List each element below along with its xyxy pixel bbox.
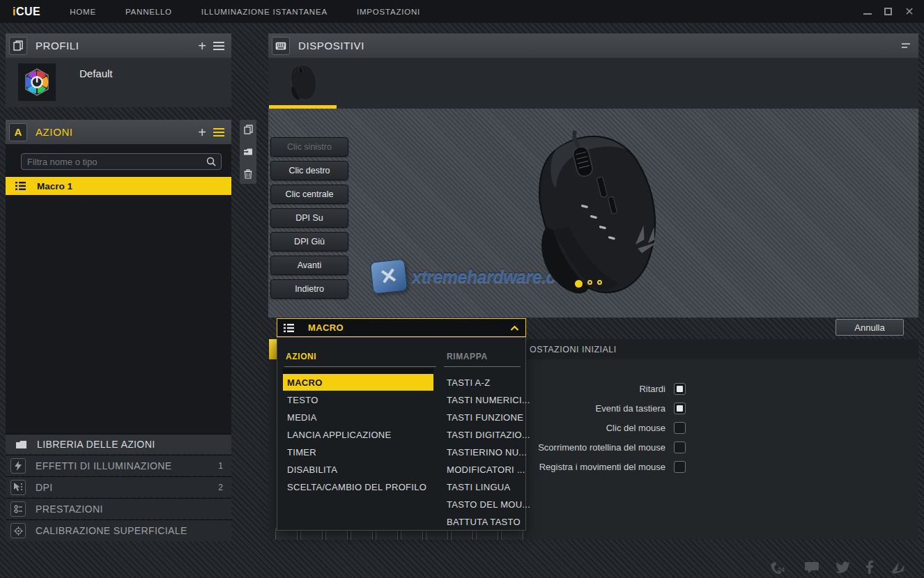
svg-text:24: 24 <box>778 566 785 573</box>
macro-list-icon <box>284 324 294 332</box>
maximize-button[interactable] <box>884 8 892 15</box>
action-type-select[interactable]: MACRO <box>277 318 526 337</box>
dropdown-rimappa-item-2[interactable]: TASTI FUNZIONE <box>447 412 523 423</box>
count-badge: 2 <box>218 483 223 492</box>
page-dot-2[interactable] <box>587 280 592 285</box>
watermark-x-icon: ✕ <box>370 259 408 295</box>
sidebar-item-prestazioni[interactable]: PRESTAZIONI <box>6 498 231 519</box>
icue-window: iCUE HOME PANNELLO ILLUMINAZIONE ISTANTA… <box>0 0 924 578</box>
sidebar-item-effetti-di-illuminazione[interactable]: EFFETTI DI ILLUMINAZIONE 1 <box>6 455 231 476</box>
profiles-title: PROFILI <box>36 40 79 52</box>
dropdown-rimappa-item-7[interactable]: TASTO DEL MOU... <box>447 499 530 510</box>
sidebar-item-label: EFFETTI DI ILLUMINAZIONE <box>36 460 172 471</box>
checkbox-box-1[interactable] <box>674 403 686 414</box>
dropdown-rimappa-item-3[interactable]: TASTI DIGITAZIO... <box>447 430 530 440</box>
mouse-button-0[interactable]: Clic sinistro <box>270 137 348 157</box>
dropdown-rimappa-item-6[interactable]: TASTI LINGUA <box>447 482 510 492</box>
mouse-button-5[interactable]: Avanti <box>270 256 348 275</box>
menu-home[interactable]: HOME <box>70 8 96 16</box>
profiles-list: Default <box>6 58 231 107</box>
actions-icon: A <box>9 123 27 141</box>
dropdown-col-rimappa-title: RIMAPPA <box>447 352 488 361</box>
search-icon <box>206 157 216 166</box>
menu-pannello[interactable]: PANNELLO <box>125 8 172 16</box>
mouse-button-3[interactable]: DPI Su <box>270 208 348 228</box>
sidebar-item-label: DPI <box>36 482 53 493</box>
dropdown-rimappa-item-1[interactable]: TASTI NUMERICI... <box>447 395 530 405</box>
sidebar-item-calibrazione-superficiale[interactable]: CALIBRAZIONE SUPERFICIALE <box>6 520 231 541</box>
dropdown-rimappa-item-5[interactable]: MODIFICATORI ... <box>447 464 525 475</box>
corsair-logo-icon[interactable] <box>889 561 907 574</box>
icue-logo: iCUE <box>13 6 40 18</box>
trash-icon[interactable] <box>244 169 252 179</box>
mouse-button-6[interactable]: Indietro <box>270 279 348 299</box>
dropdown-azioni-item-1[interactable]: TESTO <box>287 395 318 405</box>
macro-header-sliver <box>269 339 277 359</box>
devices-header: DISPOSITIVI <box>268 33 918 58</box>
devices-options-icon[interactable] <box>900 42 911 49</box>
page-dot-1[interactable] <box>575 280 583 288</box>
dropdown-azioni-item-6[interactable]: SCELTA/CAMBIO DEL PROFILO <box>287 482 426 492</box>
sidebar-item-libreria-delle-azioni[interactable]: LIBRERIA DELLE AZIONI <box>6 434 231 454</box>
chat-icon[interactable] <box>804 561 819 574</box>
dropdown-rimappa-item-8[interactable]: BATTUTA TASTO <box>447 517 521 527</box>
device-image-mouse <box>516 128 676 299</box>
sliders-icon <box>10 501 26 517</box>
main-menu: HOME PANNELLO ILLUMINAZIONE ISTANTANEA I… <box>70 8 420 16</box>
checkbox-box-0[interactable] <box>674 383 686 395</box>
window-controls: ✕ <box>863 0 914 23</box>
device-view: Clic sinistro Clic destro Clic centrale … <box>268 109 918 318</box>
dropdown-azioni-item-4[interactable]: TIMER <box>287 447 316 458</box>
initial-settings-title: OSTAZIONI INIZIALI <box>530 345 617 354</box>
divider <box>444 366 521 367</box>
target-icon <box>10 523 26 538</box>
dropdown-azioni-item-0[interactable]: MACRO <box>283 374 433 391</box>
page-dot-3[interactable] <box>597 280 602 285</box>
menu-illuminazione-istantanea[interactable]: ILLUMINAZIONE ISTANTANEA <box>201 8 328 16</box>
profiles-menu-button[interactable] <box>213 40 224 52</box>
action-filter[interactable] <box>21 153 222 170</box>
close-button[interactable]: ✕ <box>904 7 914 17</box>
actions-header: A AZIONI + <box>6 120 231 144</box>
sidebar-item-label: PRESTAZIONI <box>36 503 103 515</box>
profile-item-default[interactable]: Default <box>6 58 231 107</box>
profile-name: Default <box>79 68 113 79</box>
action-type-value: MACRO <box>308 322 344 333</box>
support-24-icon[interactable]: 24 <box>770 561 788 574</box>
actions-mini-toolbar <box>240 120 256 184</box>
profile-avatar <box>18 63 56 101</box>
add-action-button[interactable]: + <box>198 125 206 139</box>
action-filter-input[interactable] <box>22 157 206 167</box>
twitter-icon[interactable] <box>836 561 850 573</box>
macro-list-icon <box>15 182 26 190</box>
add-profile-button[interactable]: + <box>198 39 206 53</box>
folder-icon <box>15 440 27 449</box>
actions-title: AZIONI <box>36 126 73 138</box>
checkbox-box-3[interactable] <box>674 442 686 453</box>
dropdown-rimappa-item-0[interactable]: TASTI A-Z <box>447 377 490 388</box>
mouse-button-2[interactable]: Clic centrale <box>270 185 348 204</box>
action-item-macro1[interactable]: Macro 1 <box>6 177 231 195</box>
facebook-icon[interactable] <box>866 561 873 574</box>
dropdown-azioni-item-2[interactable]: MEDIA <box>287 412 317 423</box>
dropdown-azioni-item-5[interactable]: DISABILITA <box>287 464 337 475</box>
checkbox-box-4[interactable] <box>674 461 686 473</box>
sidebar-item-dpi[interactable]: DPI 2 <box>6 476 231 497</box>
duplicate-icon[interactable] <box>244 125 253 134</box>
menu-impostazioni[interactable]: IMPOSTAZIONI <box>357 8 420 16</box>
device-tabstrip <box>268 58 918 109</box>
minimize-button[interactable] <box>863 8 872 15</box>
action-item-label: Macro 1 <box>37 181 72 192</box>
mouse-button-4[interactable]: DPI Giù <box>270 232 348 251</box>
checkbox-box-2[interactable] <box>674 422 686 434</box>
cancel-button[interactable]: Annulla <box>836 319 904 336</box>
dropdown-rimappa-item-4[interactable]: TASTIERINO NU... <box>447 447 527 458</box>
dropdown-azioni-item-3[interactable]: LANCIA APPLICAZIONE <box>287 430 391 440</box>
dpi-cursor-icon <box>10 480 26 495</box>
action-type-dropdown: AZIONI RIMAPPA MACRO TESTO MEDIA LANCIA … <box>277 337 526 531</box>
footer-social-bar: 24 <box>770 561 907 574</box>
device-tab-mouse[interactable] <box>284 63 323 102</box>
import-icon[interactable] <box>243 148 253 156</box>
actions-menu-button[interactable] <box>213 126 224 139</box>
mouse-button-1[interactable]: Clic destro <box>270 161 348 180</box>
